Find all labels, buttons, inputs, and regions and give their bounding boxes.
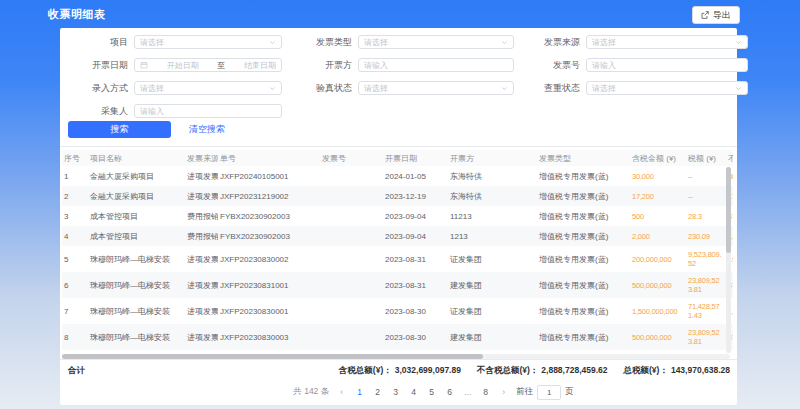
summary-item: 总税额(¥)：143,970,638.28 [624, 365, 730, 377]
table-cell [320, 307, 383, 315]
filter-input-开票方[interactable]: 请输入 [358, 58, 514, 72]
filter-select-验真状态[interactable]: 请选择 [358, 81, 514, 95]
page-button-6[interactable]: 6 [444, 387, 455, 397]
export-label: 导出 [713, 9, 731, 22]
placeholder: 请输入 [364, 60, 508, 71]
chevron-down-icon [501, 85, 508, 92]
table-row: 7珠穆朗玛峰—电梯安装进项发票JXFP202308300012023-08-30… [62, 298, 733, 324]
table-cell: 进项发票 [185, 188, 218, 205]
table-cell: 2,000 [630, 228, 686, 245]
table-header-cell: 开票日期 [383, 152, 448, 165]
table-cell: 500,000,000 [630, 277, 686, 294]
table-cell: 证发集团 [448, 303, 537, 320]
table-cell: 增值税专用发票(蓝) [537, 208, 630, 225]
table-row: 8珠穆朗玛峰—电梯安装进项发票JXFP202308300032023-08-30… [62, 324, 733, 350]
filter-label: 发票来源 [520, 36, 580, 49]
table-cell: 费用报销 [185, 228, 218, 245]
filter-select-项目[interactable]: 请选择 [134, 35, 282, 49]
export-icon [701, 11, 709, 19]
invoice-table: 序号项目名称发票来源单号发票号开票日期开票方发票类型含税金额 (¥)税额 (¥)… [62, 150, 733, 353]
table-cell: JXFP20230830001 [218, 303, 320, 320]
table-cell: 增值税专用发票(蓝) [537, 303, 630, 320]
table-cell: 2 [62, 188, 88, 205]
filter-label: 验真状态 [288, 82, 352, 95]
filter-select-查重状态[interactable]: 请选择 [586, 81, 748, 95]
section-divider [60, 146, 737, 147]
page-button-8[interactable]: 8 [480, 387, 491, 397]
next-page-button[interactable]: › [498, 387, 509, 397]
filter-label: 查重状态 [520, 82, 580, 95]
pagination-total: 共 142 条 [293, 386, 329, 398]
table-cell: 71,428,571.43 [686, 298, 726, 324]
table-header-cell: 含税金额 (¥) [630, 152, 686, 165]
table-cell: 增值税专用发票(蓝) [537, 188, 630, 205]
table-header-cell: 发票来源 [185, 152, 218, 165]
summary-item: 不含税总额(¥)：2,888,728,459.62 [477, 365, 608, 377]
goto-page-input[interactable] [537, 385, 561, 400]
table-cell: 2024-01-05 [383, 168, 448, 185]
content-card: 项目请选择发票类型请选择发票来源请选择开票日期开始日期至结束日期开票方请输入发票… [60, 28, 737, 405]
page-button-1[interactable]: 1 [354, 387, 365, 397]
clear-search-link[interactable]: 清空搜索 [189, 123, 225, 136]
table-cell: 6 [62, 277, 88, 294]
summary-item: 含税总额(¥)：3,032,699,097.89 [339, 365, 461, 377]
calendar-icon [140, 61, 148, 69]
page-button-5[interactable]: 5 [426, 387, 437, 397]
vertical-scrollbar-thumb[interactable] [726, 167, 731, 253]
page-ellipsis: ... [462, 387, 473, 397]
placeholder: 请选择 [140, 83, 266, 94]
filter-label: 发票类型 [288, 36, 352, 49]
table-cell: 建发集团 [448, 277, 537, 294]
summary-item-value: 2,888,728,459.62 [541, 365, 607, 375]
filter-label: 开票日期 [68, 59, 128, 72]
table-cell: 23,809,523.81 [686, 324, 726, 350]
goto-suffix: 页 [565, 386, 574, 398]
table-cell: 2023-08-30 [383, 303, 448, 320]
table-cell: 珠穆朗玛峰—电梯安装 [88, 251, 185, 268]
filter-label: 采集人 [68, 105, 128, 118]
filter-select-发票来源[interactable]: 请选择 [586, 35, 748, 49]
page-button-4[interactable]: 4 [408, 387, 419, 397]
table-cell: 金融大厦采购项目 [88, 188, 185, 205]
chevron-down-icon [269, 39, 276, 46]
table-cell: 1,500,000,000 [630, 303, 686, 320]
table-cell: 1213 [448, 228, 537, 245]
table-header-cell: 项目名称 [88, 152, 185, 165]
prev-page-button[interactable]: ‹ [336, 387, 347, 397]
filter-label: 开票方 [288, 59, 352, 72]
table-header-row: 序号项目名称发票来源单号发票号开票日期开票方发票类型含税金额 (¥)税额 (¥)… [62, 150, 733, 166]
filter-daterange-开票日期[interactable]: 开始日期至结束日期 [134, 58, 282, 72]
page-button-2[interactable]: 2 [372, 387, 383, 397]
page-button-3[interactable]: 3 [390, 387, 401, 397]
filter-select-录入方式[interactable]: 请选择 [134, 81, 282, 95]
table-cell: FYBX20230902003 [218, 208, 320, 225]
filter-select-发票类型[interactable]: 请选择 [358, 35, 514, 49]
filter-input-采集人[interactable]: 请输入 [134, 104, 282, 118]
table-cell: JXFP20230831001 [218, 277, 320, 294]
placeholder: 请选择 [592, 83, 732, 94]
filter-input-发票号[interactable]: 请输入 [586, 58, 748, 72]
table-cell: 4 [62, 228, 88, 245]
table-cell [320, 281, 383, 289]
table-cell: -- [686, 188, 726, 205]
table-cell: 金融大厦采购项目 [88, 168, 185, 185]
table-row: 6珠穆朗玛峰—电梯安装进项发票JXFP202308310012023-08-31… [62, 272, 733, 298]
table-cell: 证发集团 [448, 251, 537, 268]
table-row: 3成本管控项目费用报销FYBX202309020032023-09-041121… [62, 206, 733, 226]
vertical-scrollbar[interactable] [726, 167, 731, 353]
page: 收票明细表 导出 项目请选择发票类型请选择发票来源请选择开票日期开始日期至结束日… [0, 0, 800, 409]
placeholder: 请选择 [140, 37, 266, 48]
table-cell [320, 172, 383, 180]
summary-item-value: 3,032,699,097.89 [395, 365, 461, 375]
table-row: 5珠穆朗玛峰—电梯安装进项发票JXFP202308300022023-08-31… [62, 246, 733, 272]
summary-values: 含税总额(¥)：3,032,699,097.89不含税总额(¥)：2,888,7… [339, 365, 730, 377]
summary-item-label: 总税额(¥)： [624, 365, 668, 375]
search-button[interactable]: 搜索 [68, 121, 171, 138]
table-cell [320, 212, 383, 220]
table-cell: 23,809,523.81 [686, 272, 726, 298]
top-bar: 收票明细表 导出 [0, 0, 800, 28]
export-button[interactable]: 导出 [692, 6, 740, 24]
summary-item-label: 不含税总额(¥)： [477, 365, 538, 375]
table-cell: JXFP20231219002 [218, 188, 320, 205]
table-cell: 200,000,000 [630, 251, 686, 268]
